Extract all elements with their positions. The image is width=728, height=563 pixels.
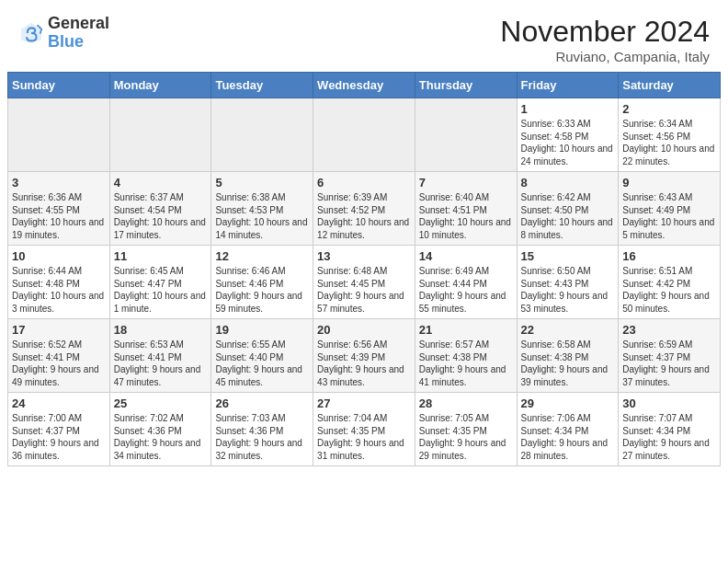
calendar-cell: 21Sunrise: 6:57 AM Sunset: 4:38 PM Dayli… bbox=[415, 319, 517, 393]
calendar-cell: 8Sunrise: 6:42 AM Sunset: 4:50 PM Daylig… bbox=[517, 172, 619, 246]
day-header-wednesday: Wednesday bbox=[313, 73, 415, 98]
day-info: Sunrise: 6:43 AM Sunset: 4:49 PM Dayligh… bbox=[622, 191, 716, 241]
day-number: 22 bbox=[521, 323, 615, 337]
calendar-cell: 9Sunrise: 6:43 AM Sunset: 4:49 PM Daylig… bbox=[619, 172, 721, 246]
calendar-header-row: SundayMondayTuesdayWednesdayThursdayFrid… bbox=[8, 73, 721, 98]
calendar-cell: 26Sunrise: 7:03 AM Sunset: 4:36 PM Dayli… bbox=[211, 393, 313, 466]
day-number: 13 bbox=[317, 249, 411, 263]
day-info: Sunrise: 7:03 AM Sunset: 4:36 PM Dayligh… bbox=[215, 412, 309, 462]
day-header-tuesday: Tuesday bbox=[211, 73, 313, 98]
calendar-cell: 4Sunrise: 6:37 AM Sunset: 4:54 PM Daylig… bbox=[109, 172, 211, 246]
day-header-saturday: Saturday bbox=[619, 73, 721, 98]
day-header-friday: Friday bbox=[517, 73, 619, 98]
calendar-cell: 15Sunrise: 6:50 AM Sunset: 4:43 PM Dayli… bbox=[517, 246, 619, 319]
calendar-week-row: 24Sunrise: 7:00 AM Sunset: 4:37 PM Dayli… bbox=[8, 393, 721, 466]
calendar-cell: 24Sunrise: 7:00 AM Sunset: 4:37 PM Dayli… bbox=[8, 393, 110, 466]
day-info: Sunrise: 6:51 AM Sunset: 4:42 PM Dayligh… bbox=[622, 265, 716, 315]
day-info: Sunrise: 7:06 AM Sunset: 4:34 PM Dayligh… bbox=[521, 412, 615, 462]
day-number: 30 bbox=[622, 396, 716, 410]
day-number: 1 bbox=[521, 102, 615, 116]
calendar-cell: 22Sunrise: 6:58 AM Sunset: 4:38 PM Dayli… bbox=[517, 319, 619, 393]
calendar-cell: 10Sunrise: 6:44 AM Sunset: 4:48 PM Dayli… bbox=[8, 246, 110, 319]
logo-general: General bbox=[48, 14, 109, 32]
day-number: 21 bbox=[419, 323, 513, 337]
day-info: Sunrise: 6:52 AM Sunset: 4:41 PM Dayligh… bbox=[12, 339, 106, 388]
day-number: 7 bbox=[419, 176, 513, 190]
day-info: Sunrise: 6:38 AM Sunset: 4:53 PM Dayligh… bbox=[215, 191, 309, 241]
day-info: Sunrise: 6:44 AM Sunset: 4:48 PM Dayligh… bbox=[12, 265, 106, 315]
calendar-week-row: 17Sunrise: 6:52 AM Sunset: 4:41 PM Dayli… bbox=[8, 319, 721, 393]
day-info: Sunrise: 6:50 AM Sunset: 4:43 PM Dayligh… bbox=[521, 265, 615, 315]
calendar-cell: 12Sunrise: 6:46 AM Sunset: 4:46 PM Dayli… bbox=[211, 246, 313, 319]
day-info: Sunrise: 6:36 AM Sunset: 4:55 PM Dayligh… bbox=[12, 191, 106, 241]
day-number: 5 bbox=[215, 176, 309, 190]
calendar-cell: 16Sunrise: 6:51 AM Sunset: 4:42 PM Dayli… bbox=[619, 246, 721, 319]
day-number: 10 bbox=[12, 249, 106, 263]
calendar-week-row: 1Sunrise: 6:33 AM Sunset: 4:58 PM Daylig… bbox=[8, 98, 721, 172]
day-info: Sunrise: 6:39 AM Sunset: 4:52 PM Dayligh… bbox=[317, 191, 411, 241]
calendar-cell: 14Sunrise: 6:49 AM Sunset: 4:44 PM Dayli… bbox=[415, 246, 517, 319]
day-number: 8 bbox=[521, 176, 615, 190]
day-number: 18 bbox=[114, 323, 208, 337]
logo-text-block: General Blue bbox=[48, 15, 109, 52]
calendar-cell: 28Sunrise: 7:05 AM Sunset: 4:35 PM Dayli… bbox=[415, 393, 517, 466]
calendar-cell bbox=[109, 98, 211, 172]
day-info: Sunrise: 6:53 AM Sunset: 4:41 PM Dayligh… bbox=[114, 339, 208, 388]
day-number: 6 bbox=[317, 176, 411, 190]
day-number: 24 bbox=[12, 396, 106, 410]
day-number: 23 bbox=[622, 323, 716, 337]
day-number: 16 bbox=[622, 249, 716, 263]
day-info: Sunrise: 6:55 AM Sunset: 4:40 PM Dayligh… bbox=[215, 339, 309, 388]
day-number: 17 bbox=[12, 323, 106, 337]
logo: General Blue bbox=[18, 15, 109, 52]
calendar-cell: 25Sunrise: 7:02 AM Sunset: 4:36 PM Dayli… bbox=[109, 393, 211, 466]
day-info: Sunrise: 6:48 AM Sunset: 4:45 PM Dayligh… bbox=[317, 265, 411, 315]
day-number: 27 bbox=[317, 396, 411, 410]
day-info: Sunrise: 6:56 AM Sunset: 4:39 PM Dayligh… bbox=[317, 339, 411, 388]
calendar-cell bbox=[415, 98, 517, 172]
day-info: Sunrise: 6:34 AM Sunset: 4:56 PM Dayligh… bbox=[622, 118, 716, 167]
day-number: 11 bbox=[114, 249, 208, 263]
day-info: Sunrise: 7:07 AM Sunset: 4:34 PM Dayligh… bbox=[622, 412, 716, 462]
calendar-cell: 18Sunrise: 6:53 AM Sunset: 4:41 PM Dayli… bbox=[109, 319, 211, 393]
calendar-cell: 2Sunrise: 6:34 AM Sunset: 4:56 PM Daylig… bbox=[619, 98, 721, 172]
calendar-cell: 5Sunrise: 6:38 AM Sunset: 4:53 PM Daylig… bbox=[211, 172, 313, 246]
logo-blue: Blue bbox=[48, 32, 84, 51]
day-info: Sunrise: 6:42 AM Sunset: 4:50 PM Dayligh… bbox=[521, 191, 615, 241]
calendar-week-row: 3Sunrise: 6:36 AM Sunset: 4:55 PM Daylig… bbox=[8, 172, 721, 246]
day-info: Sunrise: 6:45 AM Sunset: 4:47 PM Dayligh… bbox=[114, 265, 208, 315]
calendar-week-row: 10Sunrise: 6:44 AM Sunset: 4:48 PM Dayli… bbox=[8, 246, 721, 319]
calendar-cell: 23Sunrise: 6:59 AM Sunset: 4:37 PM Dayli… bbox=[619, 319, 721, 393]
day-number: 14 bbox=[419, 249, 513, 263]
calendar-cell: 11Sunrise: 6:45 AM Sunset: 4:47 PM Dayli… bbox=[109, 246, 211, 319]
day-number: 19 bbox=[215, 323, 309, 337]
calendar-cell bbox=[8, 98, 110, 172]
calendar-cell: 3Sunrise: 6:36 AM Sunset: 4:55 PM Daylig… bbox=[8, 172, 110, 246]
calendar-cell: 7Sunrise: 6:40 AM Sunset: 4:51 PM Daylig… bbox=[415, 172, 517, 246]
day-info: Sunrise: 6:46 AM Sunset: 4:46 PM Dayligh… bbox=[215, 265, 309, 315]
calendar-cell: 27Sunrise: 7:04 AM Sunset: 4:35 PM Dayli… bbox=[313, 393, 415, 466]
calendar-cell: 19Sunrise: 6:55 AM Sunset: 4:40 PM Dayli… bbox=[211, 319, 313, 393]
day-info: Sunrise: 6:59 AM Sunset: 4:37 PM Dayligh… bbox=[622, 339, 716, 388]
day-number: 3 bbox=[12, 176, 106, 190]
day-number: 28 bbox=[419, 396, 513, 410]
calendar-cell: 17Sunrise: 6:52 AM Sunset: 4:41 PM Dayli… bbox=[8, 319, 110, 393]
day-info: Sunrise: 6:40 AM Sunset: 4:51 PM Dayligh… bbox=[419, 191, 513, 241]
day-number: 20 bbox=[317, 323, 411, 337]
calendar-cell bbox=[211, 98, 313, 172]
day-info: Sunrise: 7:05 AM Sunset: 4:35 PM Dayligh… bbox=[419, 412, 513, 462]
day-number: 12 bbox=[215, 249, 309, 263]
month-title: November 2024 bbox=[500, 15, 710, 49]
calendar-cell: 13Sunrise: 6:48 AM Sunset: 4:45 PM Dayli… bbox=[313, 246, 415, 319]
day-number: 4 bbox=[114, 176, 208, 190]
day-header-sunday: Sunday bbox=[8, 73, 110, 98]
day-header-thursday: Thursday bbox=[415, 73, 517, 98]
calendar-cell: 6Sunrise: 6:39 AM Sunset: 4:52 PM Daylig… bbox=[313, 172, 415, 246]
calendar-table: SundayMondayTuesdayWednesdayThursdayFrid… bbox=[7, 72, 721, 466]
logo-icon bbox=[18, 20, 44, 46]
day-info: Sunrise: 7:02 AM Sunset: 4:36 PM Dayligh… bbox=[114, 412, 208, 462]
calendar-cell: 20Sunrise: 6:56 AM Sunset: 4:39 PM Dayli… bbox=[313, 319, 415, 393]
day-number: 2 bbox=[622, 102, 716, 116]
day-info: Sunrise: 7:04 AM Sunset: 4:35 PM Dayligh… bbox=[317, 412, 411, 462]
day-info: Sunrise: 6:57 AM Sunset: 4:38 PM Dayligh… bbox=[419, 339, 513, 388]
